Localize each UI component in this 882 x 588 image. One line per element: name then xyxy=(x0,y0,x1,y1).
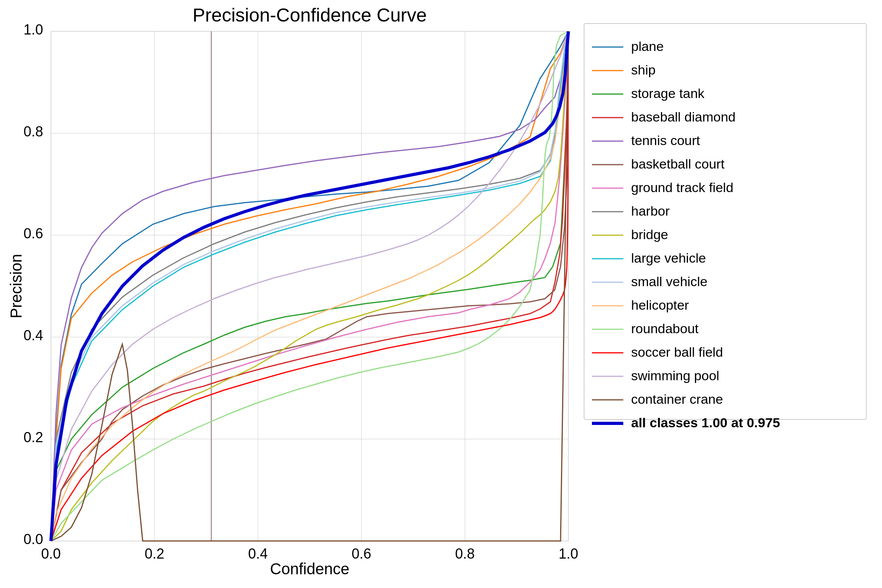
chart-title: Precision-Confidence Curve xyxy=(192,5,427,25)
svg-text:1.0: 1.0 xyxy=(24,22,43,38)
x-axis-label: Confidence xyxy=(270,560,349,577)
legend-label-storage-tank: storage tank xyxy=(631,86,705,101)
legend-label-tennis-court: tennis court xyxy=(631,133,700,148)
legend-label-basketball-court: basketball court xyxy=(631,156,725,171)
svg-text:0.2: 0.2 xyxy=(24,429,43,445)
y-axis-label: Precision xyxy=(7,254,25,319)
legend-label-plane: plane xyxy=(631,39,664,54)
svg-text:1.0: 1.0 xyxy=(559,546,578,562)
legend-label-all-classes: all classes 1.00 at 0.975 xyxy=(631,415,780,430)
legend-label-bridge: bridge xyxy=(631,227,668,242)
precision-confidence-chart: Precision-Confidence Curve Precision Con… xyxy=(0,0,882,588)
svg-text:0.8: 0.8 xyxy=(24,123,43,140)
legend-box xyxy=(584,24,866,419)
svg-text:0.0: 0.0 xyxy=(41,546,61,562)
svg-text:0.8: 0.8 xyxy=(455,546,475,562)
svg-text:0.6: 0.6 xyxy=(24,225,43,241)
legend-label-harbor: harbor xyxy=(631,203,670,218)
legend-label-helicopter: helicopter xyxy=(631,298,689,312)
legend-label-ship: ship xyxy=(631,62,655,77)
svg-text:0.4: 0.4 xyxy=(24,327,43,343)
legend-label-container-crane: container crane xyxy=(631,392,723,407)
legend-label-swimming-pool: swimming pool xyxy=(631,368,719,383)
svg-text:0.6: 0.6 xyxy=(352,546,371,562)
svg-text:0.0: 0.0 xyxy=(24,531,43,547)
legend-label-soccer-ball-field: soccer ball field xyxy=(631,345,723,359)
legend-label-ground-track-field: ground track field xyxy=(631,180,733,195)
legend-label-baseball-diamond: baseball diamond xyxy=(631,109,736,124)
legend-label-large-vehicle: large vehicle xyxy=(631,250,706,265)
svg-text:0.2: 0.2 xyxy=(145,546,164,562)
chart-container: Precision-Confidence Curve Precision Con… xyxy=(0,0,882,588)
legend-label-small-vehicle: small vehicle xyxy=(631,274,708,289)
svg-text:0.4: 0.4 xyxy=(248,546,268,562)
legend-label-roundabout: roundabout xyxy=(631,321,699,336)
